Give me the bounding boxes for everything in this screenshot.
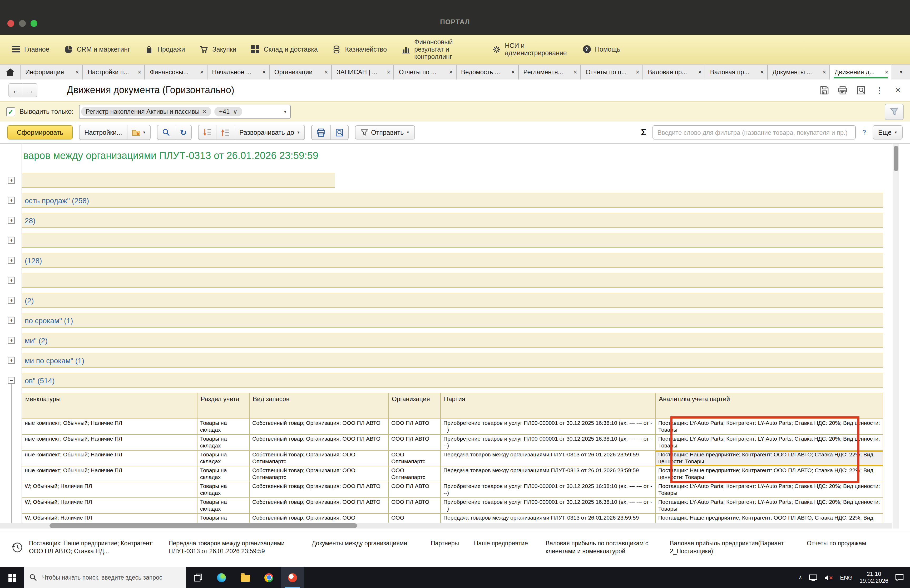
print-button[interactable] [312,125,330,139]
tab-valovaya-2[interactable]: Валовая пр...× [705,65,768,79]
tab-otchety-po-p[interactable]: Отчеты по п...× [581,65,643,79]
cell[interactable]: Товары на складах [197,435,250,450]
send-button[interactable]: Отправить ▾ [355,125,415,139]
cell[interactable]: Собственный товар; Организация: ООО Опти… [250,451,389,466]
history-item[interactable]: Поставщик: Наше предприятие; Контрагент:… [29,540,158,556]
history-item[interactable]: Валовая прибыль по поставщикам с клиента… [546,540,663,556]
search-button[interactable] [157,125,175,139]
tab-dvizheniya-active[interactable]: Движения д...× [830,65,892,79]
cell[interactable]: Товары на складах [197,482,250,498]
tab-home[interactable] [0,65,21,79]
cell[interactable]: Товары на складах [197,498,250,513]
cell[interactable]: Передача товаров между организациями ПЛУ… [441,451,656,466]
expand-groups-button[interactable] [217,125,234,139]
report-variants-button[interactable]: ▾ [128,125,150,139]
close-tab-icon[interactable]: × [574,68,577,76]
menu-item-nsi-admin[interactable]: НСИ и администрирование [489,40,571,59]
group-link[interactable]: по срокам" (1) [25,316,73,325]
close-tab-icon[interactable]: × [885,68,888,76]
cell[interactable]: ные комплект; Обычный; Наличие ПЛ [22,467,197,482]
close-tab-icon[interactable]: × [449,68,453,76]
settings-button[interactable]: Настройки... [79,125,127,139]
history-clock-icon[interactable] [11,542,23,553]
group-expander[interactable]: + [8,357,15,364]
remove-chip-icon[interactable]: × [203,108,207,115]
close-tab-icon[interactable]: × [760,68,764,76]
notification-icon[interactable] [895,574,904,581]
group-band[interactable] [22,273,883,288]
horizontal-scrollbar-thumb[interactable] [50,523,357,528]
tab-valovaya-1[interactable]: Валовая пр...× [643,65,705,79]
register-filter-select[interactable]: Регистр накопления Активы и пассивы × +4… [79,105,291,119]
close-tab-icon[interactable]: × [387,68,391,76]
file-explorer-icon[interactable] [233,567,257,588]
cell[interactable]: Товары на складах [197,467,250,482]
column-header[interactable]: Раздел учета [197,393,250,418]
group-band[interactable]: 28) [22,213,883,228]
show-only-checkbox[interactable]: ✓ [6,107,15,116]
cell[interactable]: Собственный товар; Организация: ООО ПЛ А… [250,419,389,434]
group-link[interactable]: ми по срокам" (1) [25,356,84,365]
tab-finansovy[interactable]: Финансовы...× [145,65,207,79]
more-kebab-icon[interactable]: ⋮ [875,86,884,95]
vertical-scrollbar-thumb[interactable] [894,146,899,171]
menu-item-purchases[interactable]: Закупки [196,43,239,55]
menu-item-help[interactable]: ? Помощь [580,43,624,55]
group-expander[interactable]: + [8,197,15,204]
print-icon[interactable] [838,86,847,95]
select-dropdown-icon[interactable]: ▾ [280,105,290,118]
history-item[interactable]: Наше предприятие [474,540,537,548]
cell[interactable]: Товары на складах [197,419,250,434]
group-expander[interactable]: + [8,277,15,284]
task-view-icon[interactable] [186,567,210,588]
taskbar-clock[interactable]: 21:10 19.02.2026 [860,571,888,584]
close-tab-icon[interactable]: × [823,68,826,76]
group-band[interactable]: (128) [22,253,883,268]
sum-sigma-icon[interactable]: Σ [641,127,646,138]
group-expander[interactable]: + [8,237,15,244]
horizontal-scrollbar[interactable] [0,523,892,528]
close-tab-icon[interactable]: × [636,68,639,76]
group-expander[interactable]: + [8,257,15,264]
cell[interactable]: Собственный товар; Организация: ООО ПЛ А… [250,435,389,450]
close-form-icon[interactable]: × [893,86,903,95]
history-item[interactable]: Документы между организациями [312,540,435,548]
vertical-scrollbar[interactable] [892,144,899,528]
menu-item-sales[interactable]: Продажи [142,43,188,55]
group-expander[interactable]: + [8,337,15,344]
cell[interactable]: Собственный товар; Организация: ООО ПЛ А… [250,482,389,498]
group-link[interactable]: ость продаж" (258) [25,196,89,205]
cell[interactable]: Собственный товар; Организация: ООО Опти… [250,467,389,482]
cell[interactable]: ООО Оптимапартс [389,467,441,482]
language-indicator[interactable]: ENG [840,574,853,581]
tab-dokumenty[interactable]: Документы ...× [768,65,830,79]
group-band[interactable]: ми" (2) [22,333,883,348]
group-link[interactable]: (2) [25,296,34,305]
group-band[interactable]: (2) [22,293,883,308]
edge-icon[interactable] [210,567,233,588]
group-link[interactable]: ми" (2) [25,336,48,344]
group-expander[interactable]: + [8,317,15,324]
tab-nastroyki[interactable]: Настройки п...× [83,65,145,79]
print-preview-icon[interactable] [856,86,866,95]
tab-organizatsii[interactable]: Организации× [270,65,332,79]
cell[interactable]: ные комплект; Обычный; Наличие ПЛ [22,419,197,434]
back-button[interactable]: ← [8,83,23,97]
save-icon[interactable] [819,86,829,95]
quick-filter-input[interactable] [653,125,856,139]
column-header[interactable]: Аналитика учета партий [656,393,883,418]
cell[interactable]: ООО ПЛ АВТО [389,498,441,513]
repeat-search-button[interactable]: ↻ [175,125,191,139]
cell[interactable]: W; Обычный; Наличие ПЛ [22,482,197,498]
column-header[interactable]: Партия [441,393,656,418]
column-header[interactable]: менклатуры [22,393,197,418]
close-tab-icon[interactable]: × [262,68,266,76]
cell[interactable]: Поставщик: LY-Auto Parts; Контрагент: LY… [656,498,883,513]
tab-nachalnoe[interactable]: Начальное ...× [207,65,269,79]
group-expander[interactable]: + [8,177,15,184]
history-item[interactable]: Отчеты по продажам [807,540,886,548]
taskbar-search-input[interactable] [41,574,175,581]
forward-button[interactable]: → [23,83,37,97]
collapse-groups-button[interactable] [199,125,217,139]
filter-settings-button[interactable] [885,103,904,120]
